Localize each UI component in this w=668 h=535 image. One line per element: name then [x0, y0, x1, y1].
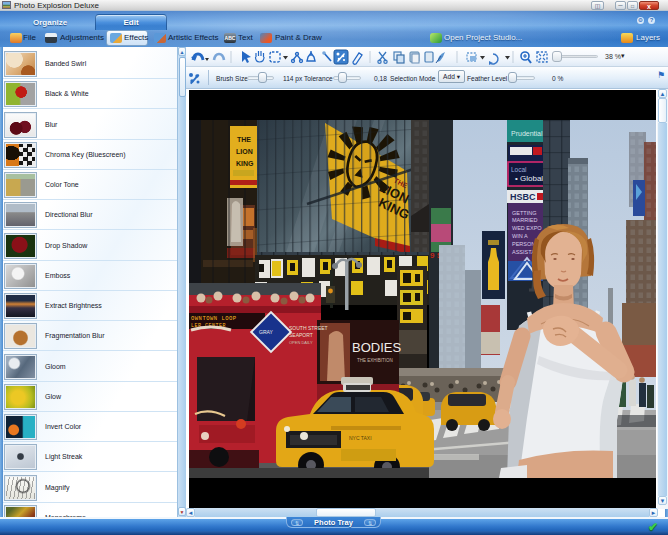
svg-text:OWNTOWN LOOP: OWNTOWN LOOP — [191, 315, 237, 322]
svg-text:MARRIED: MARRIED — [512, 217, 537, 223]
svg-text:Local: Local — [511, 166, 527, 173]
svg-text:OPEN DAILY: OPEN DAILY — [289, 340, 313, 345]
svg-text:Prudential: Prudential — [511, 130, 543, 137]
svg-text:SOUTH STREET: SOUTH STREET — [289, 325, 328, 331]
svg-text:WIN A: WIN A — [512, 233, 528, 239]
svg-text:GRAY: GRAY — [259, 329, 273, 335]
svg-text:SEAPORT: SEAPORT — [289, 332, 313, 338]
svg-text:WED EXPO: WED EXPO — [512, 225, 542, 231]
svg-text:LION: LION — [236, 148, 253, 155]
svg-text:KING: KING — [236, 160, 254, 167]
svg-text:GETTING: GETTING — [512, 210, 536, 216]
svg-text:NYC TAXI: NYC TAXI — [349, 435, 372, 441]
svg-text:BODIES: BODIES — [352, 340, 401, 355]
svg-text:• Global: • Global — [515, 174, 543, 183]
svg-text:THE EXHIBITION: THE EXHIBITION — [357, 358, 393, 363]
svg-text:HSBC: HSBC — [510, 192, 536, 202]
svg-text:THE: THE — [237, 136, 251, 143]
